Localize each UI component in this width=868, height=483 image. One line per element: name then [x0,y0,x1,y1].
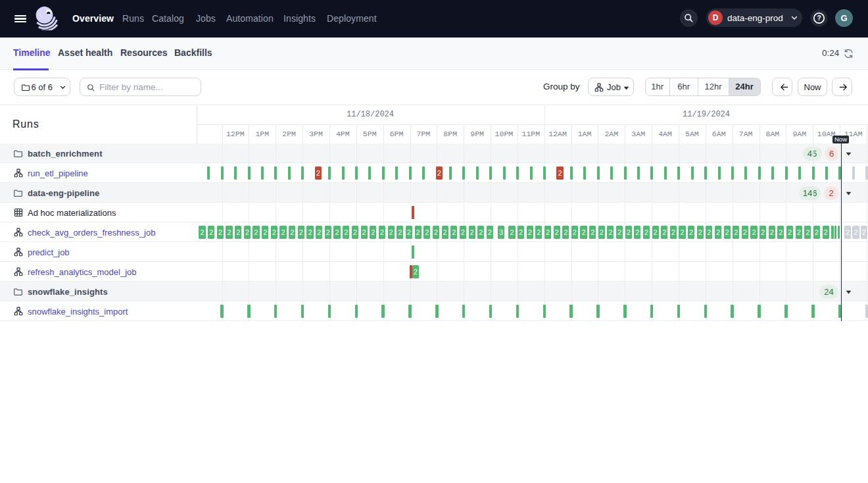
svg-text:?: ? [817,14,821,22]
